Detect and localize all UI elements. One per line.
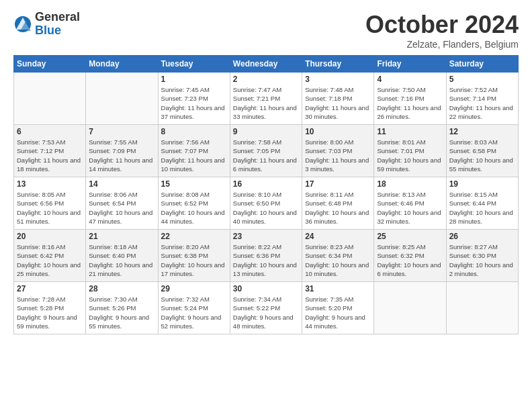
day-number: 21 bbox=[89, 232, 154, 241]
page: General Blue October 2024 Zelzate, Fland… bbox=[0, 0, 532, 341]
calendar-day-header: Monday bbox=[86, 56, 158, 73]
day-number: 28 bbox=[89, 284, 154, 293]
day-number: 12 bbox=[449, 127, 515, 136]
day-number: 29 bbox=[161, 284, 227, 293]
day-info: Sunrise: 8:23 AM Sunset: 6:34 PM Dayligh… bbox=[305, 242, 371, 278]
calendar-cell: 1Sunrise: 7:45 AM Sunset: 7:23 PM Daylig… bbox=[158, 73, 230, 125]
calendar-week-row: 1Sunrise: 7:45 AM Sunset: 7:23 PM Daylig… bbox=[14, 73, 519, 125]
calendar-cell: 4Sunrise: 7:50 AM Sunset: 7:16 PM Daylig… bbox=[374, 73, 446, 125]
day-number: 31 bbox=[305, 284, 371, 293]
day-info: Sunrise: 7:30 AM Sunset: 5:26 PM Dayligh… bbox=[89, 295, 154, 330]
day-info: Sunrise: 8:00 AM Sunset: 7:03 PM Dayligh… bbox=[305, 138, 371, 173]
calendar-day-header: Tuesday bbox=[158, 56, 230, 73]
day-info: Sunrise: 7:45 AM Sunset: 7:23 PM Dayligh… bbox=[161, 85, 227, 121]
calendar-cell: 5Sunrise: 7:52 AM Sunset: 7:14 PM Daylig… bbox=[446, 73, 518, 125]
logo-blue: Blue bbox=[35, 24, 80, 38]
calendar-cell: 12Sunrise: 8:03 AM Sunset: 6:58 PM Dayli… bbox=[446, 125, 518, 177]
header: General Blue October 2024 Zelzate, Fland… bbox=[13, 11, 519, 50]
day-info: Sunrise: 8:06 AM Sunset: 6:54 PM Dayligh… bbox=[89, 190, 154, 226]
calendar-week-row: 6Sunrise: 7:53 AM Sunset: 7:12 PM Daylig… bbox=[14, 125, 519, 177]
day-number: 27 bbox=[17, 284, 83, 293]
day-info: Sunrise: 7:28 AM Sunset: 5:28 PM Dayligh… bbox=[17, 295, 83, 330]
calendar-cell: 29Sunrise: 7:32 AM Sunset: 5:24 PM Dayli… bbox=[158, 282, 230, 334]
day-info: Sunrise: 8:25 AM Sunset: 6:32 PM Dayligh… bbox=[377, 242, 443, 278]
day-info: Sunrise: 8:22 AM Sunset: 6:36 PM Dayligh… bbox=[233, 242, 299, 278]
day-info: Sunrise: 8:27 AM Sunset: 6:30 PM Dayligh… bbox=[449, 242, 515, 278]
day-info: Sunrise: 8:18 AM Sunset: 6:40 PM Dayligh… bbox=[89, 242, 154, 278]
month-title: October 2024 bbox=[365, 11, 519, 39]
location: Zelzate, Flanders, Belgium bbox=[365, 39, 519, 50]
calendar-cell: 16Sunrise: 8:10 AM Sunset: 6:50 PM Dayli… bbox=[230, 177, 302, 230]
calendar-cell: 10Sunrise: 8:00 AM Sunset: 7:03 PM Dayli… bbox=[302, 125, 374, 177]
logo-icon bbox=[13, 15, 32, 34]
day-number: 24 bbox=[305, 232, 371, 241]
calendar-day-header: Friday bbox=[374, 56, 446, 73]
day-number: 9 bbox=[233, 127, 299, 136]
day-info: Sunrise: 8:01 AM Sunset: 7:01 PM Dayligh… bbox=[377, 138, 443, 173]
day-info: Sunrise: 8:05 AM Sunset: 6:56 PM Dayligh… bbox=[17, 190, 83, 226]
calendar-cell: 3Sunrise: 7:48 AM Sunset: 7:18 PM Daylig… bbox=[302, 73, 374, 125]
day-info: Sunrise: 8:03 AM Sunset: 6:58 PM Dayligh… bbox=[449, 138, 515, 173]
day-number: 30 bbox=[233, 284, 299, 293]
calendar-cell bbox=[86, 73, 158, 125]
day-number: 18 bbox=[377, 179, 443, 189]
day-number: 26 bbox=[449, 232, 515, 241]
day-number: 23 bbox=[233, 232, 299, 241]
day-number: 3 bbox=[305, 75, 371, 84]
day-number: 14 bbox=[89, 179, 154, 189]
calendar-cell: 19Sunrise: 8:15 AM Sunset: 6:44 PM Dayli… bbox=[446, 177, 518, 230]
day-info: Sunrise: 8:11 AM Sunset: 6:48 PM Dayligh… bbox=[305, 190, 371, 226]
day-info: Sunrise: 7:47 AM Sunset: 7:21 PM Dayligh… bbox=[233, 85, 299, 121]
calendar-day-header: Thursday bbox=[302, 56, 374, 73]
calendar-cell: 8Sunrise: 7:56 AM Sunset: 7:07 PM Daylig… bbox=[158, 125, 230, 177]
day-number: 1 bbox=[161, 75, 227, 84]
day-info: Sunrise: 7:53 AM Sunset: 7:12 PM Dayligh… bbox=[17, 138, 83, 173]
calendar-cell: 6Sunrise: 7:53 AM Sunset: 7:12 PM Daylig… bbox=[14, 125, 86, 177]
day-info: Sunrise: 7:50 AM Sunset: 7:16 PM Dayligh… bbox=[377, 85, 443, 121]
calendar-header-row: SundayMondayTuesdayWednesdayThursdayFrid… bbox=[14, 56, 519, 73]
calendar-day-header: Saturday bbox=[446, 56, 518, 73]
day-number: 17 bbox=[305, 179, 371, 189]
calendar-cell: 24Sunrise: 8:23 AM Sunset: 6:34 PM Dayli… bbox=[302, 230, 374, 282]
calendar-day-header: Sunday bbox=[14, 56, 86, 73]
calendar-cell: 30Sunrise: 7:34 AM Sunset: 5:22 PM Dayli… bbox=[230, 282, 302, 334]
day-info: Sunrise: 8:08 AM Sunset: 6:52 PM Dayligh… bbox=[161, 190, 227, 226]
day-info: Sunrise: 7:58 AM Sunset: 7:05 PM Dayligh… bbox=[233, 138, 299, 173]
day-number: 25 bbox=[377, 232, 443, 241]
calendar-week-row: 13Sunrise: 8:05 AM Sunset: 6:56 PM Dayli… bbox=[14, 177, 519, 230]
title-area: October 2024 Zelzate, Flanders, Belgium bbox=[365, 11, 519, 50]
day-number: 2 bbox=[233, 75, 299, 84]
logo: General Blue bbox=[13, 11, 80, 38]
day-info: Sunrise: 8:10 AM Sunset: 6:50 PM Dayligh… bbox=[233, 190, 299, 226]
calendar-cell: 23Sunrise: 8:22 AM Sunset: 6:36 PM Dayli… bbox=[230, 230, 302, 282]
day-info: Sunrise: 8:15 AM Sunset: 6:44 PM Dayligh… bbox=[449, 190, 515, 226]
day-number: 7 bbox=[89, 127, 154, 136]
day-info: Sunrise: 8:13 AM Sunset: 6:46 PM Dayligh… bbox=[377, 190, 443, 226]
calendar-day-header: Wednesday bbox=[230, 56, 302, 73]
calendar-week-row: 27Sunrise: 7:28 AM Sunset: 5:28 PM Dayli… bbox=[14, 282, 519, 334]
day-info: Sunrise: 7:34 AM Sunset: 5:22 PM Dayligh… bbox=[233, 295, 299, 330]
logo-general: General bbox=[35, 11, 80, 24]
day-number: 6 bbox=[17, 127, 83, 136]
day-number: 22 bbox=[161, 232, 227, 241]
calendar-cell: 2Sunrise: 7:47 AM Sunset: 7:21 PM Daylig… bbox=[230, 73, 302, 125]
day-number: 16 bbox=[233, 179, 299, 189]
calendar-cell: 22Sunrise: 8:20 AM Sunset: 6:38 PM Dayli… bbox=[158, 230, 230, 282]
day-info: Sunrise: 7:48 AM Sunset: 7:18 PM Dayligh… bbox=[305, 85, 371, 121]
calendar-cell bbox=[374, 282, 446, 334]
calendar-cell bbox=[446, 282, 518, 334]
calendar-table: SundayMondayTuesdayWednesdayThursdayFrid… bbox=[13, 55, 519, 334]
day-info: Sunrise: 8:16 AM Sunset: 6:42 PM Dayligh… bbox=[17, 242, 83, 278]
calendar-cell: 27Sunrise: 7:28 AM Sunset: 5:28 PM Dayli… bbox=[14, 282, 86, 334]
day-info: Sunrise: 8:20 AM Sunset: 6:38 PM Dayligh… bbox=[161, 242, 227, 278]
day-info: Sunrise: 7:52 AM Sunset: 7:14 PM Dayligh… bbox=[449, 85, 515, 121]
day-info: Sunrise: 7:32 AM Sunset: 5:24 PM Dayligh… bbox=[161, 295, 227, 330]
calendar-cell: 28Sunrise: 7:30 AM Sunset: 5:26 PM Dayli… bbox=[86, 282, 158, 334]
calendar-cell bbox=[14, 73, 86, 125]
calendar-cell: 20Sunrise: 8:16 AM Sunset: 6:42 PM Dayli… bbox=[14, 230, 86, 282]
day-number: 19 bbox=[449, 179, 515, 189]
day-number: 13 bbox=[17, 179, 83, 189]
calendar-cell: 15Sunrise: 8:08 AM Sunset: 6:52 PM Dayli… bbox=[158, 177, 230, 230]
logo-text: General Blue bbox=[35, 11, 80, 38]
calendar-cell: 26Sunrise: 8:27 AM Sunset: 6:30 PM Dayli… bbox=[446, 230, 518, 282]
